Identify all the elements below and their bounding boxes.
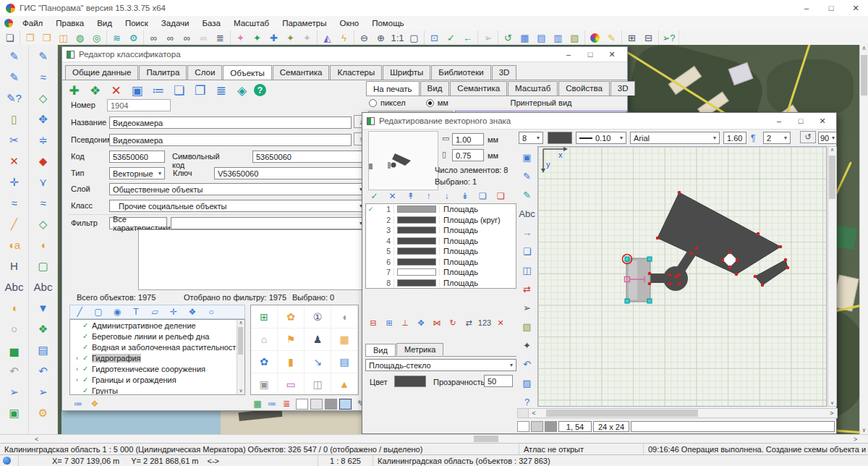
find-by-name-icon[interactable]: ∞ [162, 31, 179, 45]
tree-item[interactable]: ›✓Границы и ограждения [70, 374, 244, 385]
rotate-fragment-icon[interactable]: ◇ [32, 213, 55, 234]
swap-direction-icon[interactable]: ⇄ [461, 316, 477, 329]
cone-icon[interactable]: ▲ [331, 373, 358, 395]
element-row[interactable]: ✓1Площадь [366, 204, 516, 215]
scroll-left-icon[interactable]: < [529, 410, 539, 417]
scroll-down-icon[interactable]: ∨ [237, 388, 244, 394]
scroll-up-icon[interactable]: ∧ [860, 45, 868, 51]
sign-width-field[interactable] [452, 133, 484, 145]
select-apply-icon[interactable]: ✦ [282, 31, 299, 45]
title-bar[interactable]: ГИС "Панорама" версия 15.3.3.75 x64 – □ … [0, 0, 868, 16]
card-icon[interactable]: ▤ [331, 350, 358, 373]
scroll-right-icon[interactable]: > [854, 436, 857, 443]
cursor-select-icon[interactable]: ➢ [480, 31, 496, 45]
tree-item[interactable]: ✓Административное деление [70, 320, 244, 331]
classifier-close-button[interactable]: ✕ [601, 47, 623, 62]
print-preview-icon[interactable]: ⊟ [640, 31, 657, 45]
element-row[interactable]: 5Площадь [366, 246, 516, 257]
classifier-maximize-button[interactable]: □ [579, 47, 601, 62]
line-mode-icon[interactable]: ╱ [70, 305, 89, 318]
element-check-icon[interactable]: ✓ [366, 206, 375, 213]
canvas-horizontal-scrollbar[interactable]: < > [517, 408, 838, 418]
classifier-minimize-button[interactable]: – [558, 47, 579, 62]
polygon-pencil-icon[interactable]: ◇ [32, 88, 55, 109]
open-internet-icon[interactable]: ◍ [72, 31, 88, 45]
highlight-2-icon[interactable]: ◖ [32, 234, 55, 255]
pencil-help-icon[interactable]: ✎? [3, 88, 26, 109]
text-abc-2-icon[interactable]: Abc [32, 276, 55, 297]
tree-scroll-thumb[interactable] [238, 327, 243, 355]
scissors-cut-icon[interactable]: ✂ [3, 130, 26, 151]
layers-icon[interactable]: ◈ [233, 82, 251, 98]
mirror-icon[interactable]: ⋈ [429, 316, 445, 329]
save-sign-icon[interactable]: ▣ [519, 148, 536, 166]
clipboard-list-icon[interactable]: ▧ [566, 31, 583, 45]
remove-contour-icon[interactable]: ✕ [493, 316, 509, 329]
spline-2-icon[interactable]: ≈ [32, 192, 55, 213]
route-measure-icon[interactable]: ✎ [603, 31, 620, 45]
tab-objects[interactable]: Объекты [223, 65, 271, 80]
tab-print[interactable]: На печать [366, 81, 420, 96]
list-clear-icon[interactable]: ≣ [279, 398, 294, 410]
draw-polygon-icon[interactable]: ✎ [519, 185, 536, 204]
layer-select[interactable]: Общественные объекты▾ [109, 183, 366, 195]
view-frame-icon[interactable]: ▢ [406, 31, 422, 45]
arrow-redo-icon[interactable]: ➢ [3, 381, 26, 402]
delete-classifier-object-icon[interactable]: ✕ [107, 82, 125, 98]
vector-editor-title-bar[interactable]: Редактирование векторного знака – □ ✕ [362, 113, 836, 130]
tree-item[interactable]: ✓Береговые линии и рельеф дна [70, 331, 244, 342]
check-list-icon[interactable]: ≔ [149, 82, 167, 98]
select-reset-icon[interactable]: ✦ [299, 31, 315, 45]
add-text-icon[interactable]: Abc [519, 204, 536, 223]
angle-select[interactable]: 90▾ [818, 132, 837, 144]
diamonds-icon[interactable]: ❖ [32, 318, 55, 339]
find-selected-icon[interactable]: ∞ [195, 31, 212, 45]
scroll-down-icon[interactable]: ∨ [828, 400, 836, 406]
redo-2-icon[interactable]: ➢ [32, 381, 55, 402]
line-width-select[interactable]: 0.10▾ [576, 132, 626, 144]
lamp-icon[interactable]: ✿ [278, 305, 305, 329]
scroll-down-icon[interactable]: ∨ [860, 427, 868, 433]
select-add-icon[interactable]: ✚ [265, 31, 282, 45]
net-structure-icon[interactable]: ○ [3, 318, 26, 339]
object-wizard-icon[interactable]: ⚙ [125, 31, 142, 45]
layers-tree[interactable]: ✓Административное деление ✓Береговые лин… [69, 319, 245, 395]
delete-fragment-icon[interactable]: ◆ [32, 151, 55, 171]
copies-icon[interactable]: ¶ [751, 133, 755, 143]
palette-view-icon[interactable]: ❖ [88, 398, 102, 410]
tree-item[interactable]: ✓Грунты [70, 385, 244, 395]
find-by-point-icon[interactable]: ∞ [179, 31, 195, 45]
background-image-icon[interactable]: ▨ [519, 373, 536, 392]
open-database-icon[interactable]: ◫ [55, 31, 72, 45]
menu-window[interactable]: Окно [333, 17, 365, 29]
church-icon[interactable]: ⌂ [251, 328, 278, 351]
move-pointer-icon[interactable]: ➢ [519, 298, 536, 317]
undo-2-icon[interactable]: ↶ [32, 360, 55, 381]
ruler-icon[interactable]: ╱ [3, 213, 26, 234]
settings-gear-icon[interactable]: ⚙ [32, 402, 55, 423]
slide-icon[interactable]: ↘ [305, 350, 331, 373]
insert-segment-icon[interactable]: ⊞ [381, 316, 397, 329]
filter-text-select[interactable]: ▾ [171, 217, 366, 229]
tab-fonts[interactable]: Шрифты [383, 65, 430, 80]
node-edit-icon[interactable]: ✛ [3, 171, 26, 192]
reverse-icon[interactable]: ⇄ [519, 279, 536, 298]
jug-icon[interactable]: ◖ [331, 305, 358, 329]
copy-object-icon[interactable]: ❖ [86, 82, 104, 98]
align-center-icon[interactable]: ✥ [413, 316, 429, 329]
highlight-a-icon[interactable]: ◖a [3, 234, 26, 255]
rotate-icon[interactable]: ↺ [800, 131, 816, 143]
open-geoportal-icon[interactable]: ◎ [88, 31, 105, 45]
select-by-area-icon[interactable]: ✦ [232, 31, 249, 45]
move-down-icon[interactable]: ↓ [438, 190, 456, 202]
pillar-icon[interactable]: ▮ [278, 350, 305, 373]
element-row[interactable]: 6Площадь [366, 257, 516, 268]
radio-pixel[interactable] [369, 99, 377, 107]
menu-edit[interactable]: Правка [49, 17, 90, 29]
cinema-icon[interactable]: ▦ [331, 328, 358, 351]
name-field[interactable] [109, 116, 352, 129]
map-window-icon[interactable]: ▦ [516, 31, 533, 45]
sign-height-field[interactable] [452, 149, 484, 161]
canvas-color-gray-swatch[interactable] [545, 421, 557, 432]
alias-field[interactable] [109, 134, 352, 146]
